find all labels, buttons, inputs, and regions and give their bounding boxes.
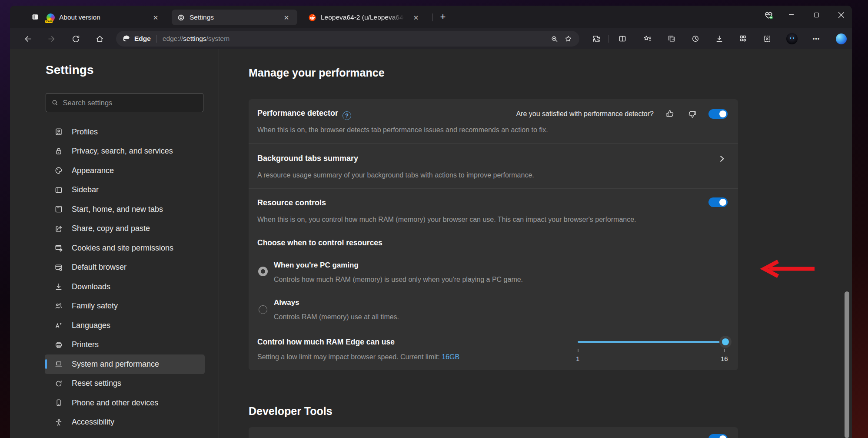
web-capture-icon: [763, 34, 772, 43]
slider-min-label: 1: [576, 355, 579, 362]
radio-pc-gaming-label[interactable]: When you're PC gaming: [274, 261, 359, 270]
browser-essentials-icon: [764, 10, 774, 20]
minimize-button[interactable]: [781, 6, 801, 24]
profile-button[interactable]: [785, 31, 799, 46]
tab-about-version[interactable]: CAN About version ✕: [41, 10, 166, 25]
apps-button[interactable]: [736, 31, 751, 46]
sidebar-item-label: Appearance: [72, 166, 114, 175]
ram-slider-thumb[interactable]: [719, 336, 732, 348]
thumbs-down-icon[interactable]: [687, 109, 697, 119]
close-window-button[interactable]: [831, 6, 851, 24]
settings-more-button[interactable]: •••: [809, 31, 824, 46]
collections-icon: [667, 34, 676, 43]
thumbs-up-icon[interactable]: [665, 109, 675, 119]
site-chip-label[interactable]: Edge: [134, 35, 151, 43]
chevron-right-icon[interactable]: [718, 155, 726, 163]
ram-slider-thumb-dot: [722, 338, 729, 345]
maximize-button[interactable]: [806, 6, 826, 24]
browser-essentials-button[interactable]: [758, 6, 778, 24]
edge-logo-icon: [122, 34, 131, 43]
sidebar-item-reset-settings[interactable]: Reset settings: [45, 374, 205, 394]
resource-controls-toggle[interactable]: [708, 197, 728, 207]
tab-close-button[interactable]: ✕: [150, 12, 161, 23]
sidebar-item-start-home-tabs[interactable]: Start, home, and new tabs: [45, 200, 205, 219]
sidebar-item-cookies-permissions[interactable]: Cookies and site permissions: [45, 238, 205, 258]
sidebar-item-label: Default browser: [72, 263, 126, 272]
sidebar-item-label: Share, copy and paste: [72, 224, 150, 233]
row-divider: [249, 188, 738, 189]
sidebar-item-profiles[interactable]: Profiles: [45, 122, 205, 142]
phone-icon: [54, 398, 63, 407]
radio-pc-gaming-description: Controls how much RAM (memory) is used o…: [274, 276, 523, 284]
performance-card: Performance detector? Are you satisfied …: [249, 99, 738, 370]
sidebar-item-label: Privacy, search, and services: [72, 147, 173, 156]
tab-settings[interactable]: Settings ✕: [172, 10, 297, 25]
sidebar-item-about-edge[interactable]: About Microsoft Edge: [45, 432, 205, 438]
help-icon[interactable]: ?: [343, 111, 351, 120]
favorite-this-page-button[interactable]: [561, 32, 575, 45]
back-arrow-icon: [23, 34, 33, 43]
tab-title: Settings: [190, 13, 276, 21]
copilot-button[interactable]: [834, 31, 848, 46]
developer-tools-toggle[interactable]: [708, 434, 728, 438]
collections-button[interactable]: [664, 31, 679, 46]
ram-limit-title: Control how much RAM Edge can use: [257, 338, 395, 347]
web-capture-button[interactable]: [760, 31, 775, 46]
radio-always[interactable]: [259, 305, 267, 314]
magnifier-plus-icon: [550, 35, 559, 43]
workspaces-button[interactable]: [27, 9, 43, 25]
slider-tick-min: [578, 349, 579, 352]
sidebar-layout-icon: [54, 186, 63, 194]
history-button[interactable]: [688, 31, 703, 46]
performance-detector-description: When this is on, the browser detects tab…: [257, 126, 548, 134]
sidebar-item-label: Phone and other devices: [72, 398, 158, 408]
workspaces-icon: [31, 13, 40, 21]
performance-detector-toggle[interactable]: [708, 109, 728, 119]
toggle-knob: [719, 435, 726, 438]
url-text[interactable]: edge://settings/system: [163, 35, 229, 43]
search-settings-input[interactable]: [63, 99, 198, 107]
sidebar-item-sidebar[interactable]: Sidebar: [45, 181, 205, 200]
zoom-page-button[interactable]: [547, 32, 561, 45]
search-icon: [51, 99, 59, 107]
sidebar-item-printers[interactable]: Printers: [45, 335, 205, 355]
home-button[interactable]: [92, 31, 107, 46]
sidebar-item-privacy[interactable]: Privacy, search, and services: [45, 142, 205, 161]
sidebar-item-default-browser[interactable]: Default browser: [45, 258, 205, 278]
radio-always-label[interactable]: Always: [274, 298, 299, 307]
refresh-button[interactable]: [68, 31, 83, 46]
sidebar-item-accessibility[interactable]: Accessibility: [45, 413, 205, 432]
close-window-icon: [838, 12, 845, 18]
row-divider: [249, 143, 738, 144]
sidebar-item-system-performance[interactable]: System and performance: [45, 354, 205, 374]
extensions-button[interactable]: [589, 31, 604, 46]
sidebar-item-appearance[interactable]: Appearance: [45, 161, 205, 181]
forward-button[interactable]: [44, 31, 59, 46]
split-screen-button[interactable]: [615, 31, 630, 46]
tab-reddit[interactable]: Leopeva64-2 (u/Leopeva64-2) - R ✕: [303, 10, 429, 25]
ram-slider-track[interactable]: [578, 341, 725, 343]
sidebar-item-downloads[interactable]: Downloads: [45, 277, 205, 297]
sidebar-item-languages[interactable]: Languages: [45, 316, 205, 335]
accessibility-icon: [54, 418, 63, 427]
apps-grid-icon: [739, 34, 748, 43]
new-tab-button[interactable]: +: [435, 9, 451, 25]
favorites-button[interactable]: [640, 31, 655, 46]
search-settings-box[interactable]: [46, 93, 203, 112]
resource-controls-description: When this is on, you control how much RA…: [257, 216, 636, 224]
scrollbar-thumb[interactable]: [845, 291, 849, 438]
sidebar-item-share-copy-paste[interactable]: Share, copy and paste: [45, 219, 205, 239]
sidebar-item-phone-devices[interactable]: Phone and other devices: [45, 393, 205, 413]
history-clock-icon: [691, 34, 700, 43]
sidebar-item-family-safety[interactable]: Family safety: [45, 297, 205, 316]
downloads-button[interactable]: [712, 31, 727, 46]
back-button[interactable]: [20, 31, 35, 46]
address-bar[interactable]: Edge edge://settings/system: [116, 31, 579, 47]
tab-close-button[interactable]: ✕: [410, 12, 422, 23]
download-icon: [715, 34, 724, 43]
radio-pc-gaming[interactable]: [258, 267, 268, 276]
puzzle-icon: [592, 34, 601, 43]
family-icon: [54, 302, 63, 311]
current-limit-link[interactable]: 16GB: [442, 353, 459, 361]
tab-close-button[interactable]: ✕: [281, 12, 292, 23]
